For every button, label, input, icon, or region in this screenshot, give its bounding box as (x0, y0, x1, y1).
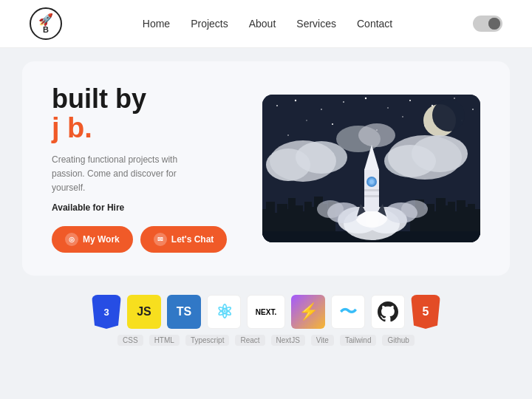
svg-point-13 (402, 116, 403, 117)
nav-projects[interactable]: Projects (191, 18, 228, 30)
svg-point-63 (401, 200, 428, 218)
tailwind-icon: 〜 (331, 295, 365, 329)
svg-point-7 (409, 100, 411, 101)
svg-point-25 (384, 145, 436, 177)
tech-icons: 3 JS TS ⚛ NEXT. ⚡ 〜 5 (92, 295, 440, 329)
hero-section: built by j b. Creating functional projec… (22, 61, 510, 276)
css-icon: 3 (92, 295, 121, 329)
label-vite: Vite (311, 335, 334, 346)
label-css: CSS (117, 335, 143, 346)
svg-point-10 (472, 109, 474, 110)
logo[interactable]: 🚀 B (30, 7, 62, 40)
my-work-button[interactable]: ◎ My Work (52, 226, 133, 253)
hero-title-built: built by (52, 84, 233, 114)
hero-rocket-image (262, 95, 480, 242)
label-typescript: Typescript (185, 335, 230, 346)
navbar: 🚀 B Home Projects About Services Contact (0, 0, 532, 48)
label-html: HTML (149, 335, 180, 346)
svg-point-4 (343, 101, 344, 103)
svg-rect-72 (364, 195, 379, 197)
svg-point-70 (369, 180, 374, 184)
nav-contact[interactable]: Contact (357, 18, 392, 30)
svg-point-27 (358, 123, 395, 147)
tech-labels: CSS HTML Typescript React NextJS Vite Ta… (117, 335, 415, 346)
hero-buttons: ◎ My Work ✉ Let's Chat (52, 226, 233, 253)
label-nextjs: NextJS (271, 335, 305, 346)
html5-icon: 5 (411, 295, 440, 329)
svg-point-9 (454, 98, 455, 99)
svg-point-5 (365, 98, 366, 99)
svg-point-22 (296, 141, 347, 174)
svg-point-2 (295, 100, 296, 101)
dark-mode-toggle[interactable] (473, 16, 502, 32)
chat-icon: ✉ (154, 233, 167, 246)
nav-services[interactable]: Services (296, 18, 336, 30)
tech-section: 3 JS TS ⚛ NEXT. ⚡ 〜 5 CSS HTML Typescrip… (0, 289, 532, 346)
hero-description: Creating functional projects with passio… (52, 153, 200, 196)
nav-about[interactable]: About (249, 18, 276, 30)
nextjs-icon: NEXT. (247, 295, 285, 329)
label-tailwind: Tailwind (340, 335, 377, 346)
svg-point-19 (432, 99, 465, 132)
svg-rect-71 (364, 189, 379, 191)
svg-point-6 (387, 107, 389, 109)
ts-icon: TS (167, 295, 201, 329)
vite-icon: ⚡ (291, 295, 325, 329)
svg-point-3 (321, 109, 322, 110)
nav-home[interactable]: Home (143, 18, 170, 30)
react-icon: ⚛ (207, 295, 241, 329)
label-github: Github (382, 335, 414, 346)
svg-point-11 (306, 120, 307, 121)
hero-title-jb: j b. (52, 113, 233, 144)
work-icon: ◎ (65, 233, 78, 246)
svg-point-12 (332, 123, 333, 125)
nav-links: Home Projects About Services Contact (143, 17, 392, 30)
svg-point-16 (287, 134, 289, 136)
hero-availability: Available for Hire (52, 202, 233, 213)
hero-text: built by j b. Creating functional projec… (52, 84, 233, 253)
js-icon: JS (127, 295, 161, 329)
github-icon (371, 295, 405, 329)
lets-chat-button[interactable]: ✉ Let's Chat (140, 226, 228, 253)
svg-point-1 (276, 105, 278, 106)
label-react: React (235, 335, 265, 346)
svg-point-62 (317, 200, 344, 218)
